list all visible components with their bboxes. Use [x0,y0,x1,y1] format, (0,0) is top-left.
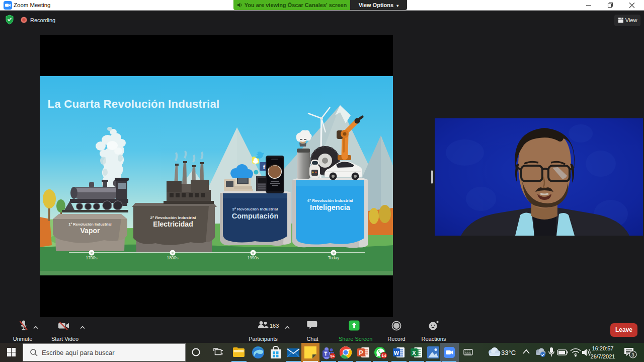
svg-text:Computación: Computación [232,212,279,220]
svg-text:Vapor: Vapor [80,227,100,235]
svg-text:Today: Today [328,255,340,260]
svg-text:1800s: 1800s [167,255,178,260]
svg-text:2ª Revolución Industrial: 2ª Revolución Industrial [150,215,196,220]
svg-text:9+: 9+ [330,354,335,358]
svg-text:W: W [394,350,399,356]
svg-text:3ª Revolución Industrial: 3ª Revolución Industrial [232,207,278,211]
svg-text:La Cuarta Revolución Industria: La Cuarta Revolución Industrial [48,98,220,110]
svg-text:X: X [412,350,416,356]
svg-text:P: P [359,349,363,356]
svg-text:3: 3 [631,352,634,357]
svg-text:Inteligencia: Inteligencia [310,203,351,211]
svg-text:1ª Revolución Industrial: 1ª Revolución Industrial [68,222,111,227]
svg-text:1700s: 1700s [86,255,97,260]
svg-text:4ª Revolución Industrial: 4ª Revolución Industrial [307,198,353,203]
svg-text:1990s: 1990s [247,255,259,260]
svg-text:33°C: 33°C [501,349,516,356]
svg-text:Electricidad: Electricidad [153,220,193,228]
svg-text:14: 14 [382,353,386,358]
svg-text:f: f [263,163,266,171]
